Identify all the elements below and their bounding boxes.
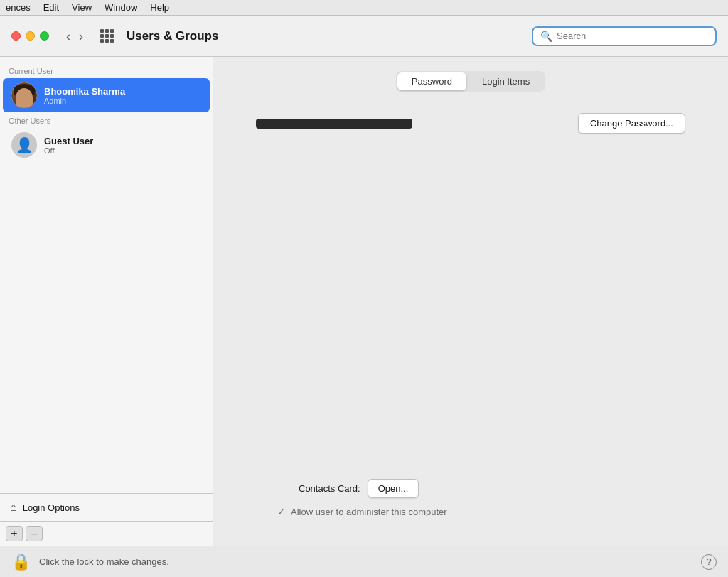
checkmark-icon: ✓ — [277, 507, 285, 517]
menu-window[interactable]: Window — [105, 2, 137, 13]
contacts-card-label: Contacts Card: — [299, 483, 360, 494]
search-icon: 🔍 — [540, 31, 552, 42]
sidebar-item-guest-user[interactable]: 👤 Guest User Off — [3, 128, 210, 162]
other-users-label: Other Users — [0, 112, 213, 128]
grid-icon[interactable] — [100, 29, 114, 43]
sidebar-list: Current User Bhoomika Sharma Admin Other… — [0, 57, 213, 493]
sidebar-item-current-user[interactable]: Bhoomika Sharma Admin — [3, 78, 210, 112]
login-options-label: Login Options — [23, 502, 80, 513]
guest-user-role: Off — [44, 146, 93, 155]
back-button[interactable]: ‹ — [63, 28, 73, 44]
open-button[interactable]: Open... — [368, 479, 419, 498]
maximize-button[interactable] — [40, 31, 49, 41]
remove-user-button[interactable]: – — [26, 526, 43, 541]
admin-label: Allow user to administer this computer — [291, 507, 447, 517]
menu-ences[interactable]: ences — [6, 2, 31, 13]
search-input[interactable] — [557, 31, 708, 41]
menu-edit[interactable]: Edit — [43, 2, 59, 13]
user-role: Admin — [44, 97, 125, 105]
page-title: Users & Groups — [127, 29, 523, 43]
home-icon: ⌂ — [10, 501, 17, 514]
nav-buttons: ‹ › — [63, 28, 86, 44]
person-icon: 👤 — [16, 136, 33, 153]
menu-help[interactable]: Help — [150, 2, 169, 13]
admin-checkbox-row: ✓ Allow user to administer this computer — [277, 507, 447, 517]
menubar: ences Edit View Window Help — [0, 0, 728, 16]
password-area: Change Password... — [228, 113, 714, 134]
password-field-masked — [256, 119, 412, 129]
sidebar-bottom: ⌂ Login Options + – — [0, 493, 213, 546]
tab-password[interactable]: Password — [397, 72, 466, 90]
toolbar: ‹ › Users & Groups 🔍 — [0, 16, 728, 57]
help-button[interactable]: ? — [701, 554, 717, 570]
guest-avatar: 👤 — [11, 132, 37, 158]
minimize-button[interactable] — [26, 31, 35, 41]
main-content: Current User Bhoomika Sharma Admin Other… — [0, 57, 728, 546]
lock-icon[interactable]: 🔒 — [11, 553, 31, 571]
guest-user-info: Guest User Off — [44, 136, 93, 155]
bottom-bar: 🔒 Click the lock to make changes. ? — [0, 546, 728, 577]
change-password-button[interactable]: Change Password... — [578, 113, 685, 134]
current-user-label: Current User — [0, 63, 213, 78]
sidebar: Current User Bhoomika Sharma Admin Other… — [0, 57, 213, 546]
search-box[interactable]: 🔍 — [532, 26, 717, 46]
detail-panel: Password Login Items Change Password... … — [213, 57, 728, 546]
traffic-lights — [11, 31, 49, 41]
avatar — [11, 82, 37, 108]
sidebar-actions: + – — [0, 521, 213, 546]
user-name: Bhoomika Sharma — [44, 86, 125, 97]
contacts-area: Contacts Card: Open... — [299, 479, 419, 498]
user-info: Bhoomika Sharma Admin — [44, 86, 125, 105]
login-options-button[interactable]: ⌂ Login Options — [0, 494, 213, 521]
close-button[interactable] — [11, 31, 21, 41]
forward-button[interactable]: › — [76, 28, 86, 44]
lock-text: Click the lock to make changes. — [39, 556, 169, 567]
tab-bar: Password Login Items — [396, 71, 545, 92]
guest-user-name: Guest User — [44, 136, 93, 146]
add-user-button[interactable]: + — [6, 526, 23, 541]
menu-view[interactable]: View — [72, 2, 92, 13]
tab-login-items[interactable]: Login Items — [468, 72, 544, 90]
